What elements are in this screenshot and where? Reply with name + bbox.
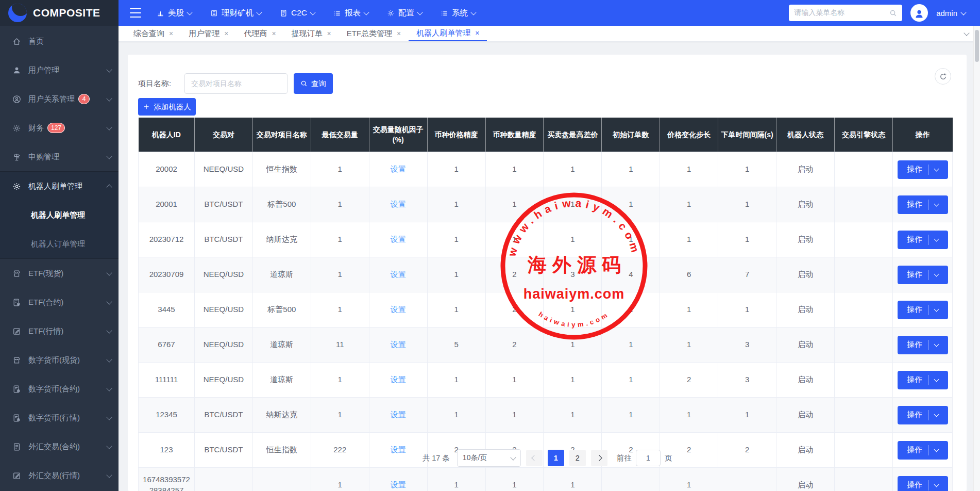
- hamburger-icon[interactable]: [130, 8, 141, 18]
- close-icon[interactable]: ×: [327, 30, 331, 37]
- nav-menu-C2C[interactable]: C2C: [280, 8, 315, 19]
- row-action-button[interactable]: 操作: [898, 160, 948, 179]
- cell-robot-id: 1674839357228384257: [139, 468, 195, 491]
- next-page-button[interactable]: [591, 450, 607, 466]
- sidebar-item-外汇交易(行情)[interactable]: 外汇交易(行情): [0, 461, 119, 490]
- settings-link[interactable]: 设置: [391, 340, 406, 349]
- sidebar-item-首页[interactable]: 首页: [0, 27, 119, 56]
- page-size-select[interactable]: 10条/页: [457, 449, 521, 467]
- user-menu[interactable]: admin: [936, 9, 966, 18]
- add-robot-button[interactable]: 添加机器人: [138, 98, 196, 116]
- sidebar-item-ETF(合约)[interactable]: ETF(合约): [0, 288, 119, 317]
- settings-link[interactable]: 设置: [391, 165, 406, 173]
- prev-page-button[interactable]: [526, 450, 543, 466]
- cell-robot-id: 20230709: [139, 257, 195, 292]
- sidebar-item-用户管理[interactable]: 用户管理: [0, 56, 119, 85]
- sidebar-item-ETF(行情)[interactable]: ETF(行情): [0, 317, 119, 346]
- tab-机器人刷单管理[interactable]: 机器人刷单管理×: [409, 26, 487, 41]
- cell-min-volume: 1: [311, 222, 369, 257]
- nav-menu-美股[interactable]: 美股: [157, 8, 192, 19]
- sidebar-subitem-机器人刷单管理[interactable]: 机器人刷单管理: [0, 201, 119, 230]
- scrollbar-thumb[interactable]: [975, 30, 979, 62]
- column-header-机器人ID: 机器人ID: [139, 118, 195, 152]
- nav-menu-系统[interactable]: 系统: [441, 8, 476, 19]
- nav-menu-报表[interactable]: 报表: [333, 8, 368, 19]
- menu-search-input[interactable]: 请输入菜单名称: [789, 5, 902, 21]
- button-divider: [928, 480, 929, 490]
- scrollbar[interactable]: [973, 26, 980, 491]
- cell-min-volume: 11: [311, 328, 369, 363]
- chevron-up-icon: [106, 184, 112, 190]
- row-action-button[interactable]: 操作: [898, 266, 948, 284]
- tab-用户管理[interactable]: 用户管理×: [181, 26, 236, 41]
- table-row: 20230712BTC/USDT纳斯达克1设置111111启动操作: [139, 222, 953, 257]
- cell-row-actions: 操作: [893, 187, 953, 222]
- page-button-2[interactable]: 2: [569, 450, 586, 466]
- close-icon[interactable]: ×: [397, 30, 401, 37]
- page-button-1[interactable]: 1: [548, 450, 564, 466]
- row-action-button[interactable]: 操作: [898, 301, 948, 319]
- settings-link[interactable]: 设置: [391, 375, 406, 384]
- sidebar-item-外汇交易(合约)[interactable]: 外汇交易(合约): [0, 432, 119, 461]
- sidebar-item-用户关系管理[interactable]: 用户关系管理4: [0, 85, 119, 113]
- admin-app: COMPOSITE 首页用户管理用户关系管理4财务127申购管理机器人刷单管理机…: [0, 0, 980, 491]
- row-action-button[interactable]: 操作: [898, 476, 948, 491]
- cell-price-precision: 1: [427, 292, 485, 328]
- refresh-button[interactable]: [935, 68, 951, 85]
- row-action-button[interactable]: 操作: [898, 195, 948, 214]
- tab-代理商[interactable]: 代理商×: [236, 26, 283, 41]
- cell-random-factor-settings: 设置: [369, 363, 427, 398]
- close-icon[interactable]: ×: [475, 29, 479, 37]
- settings-link[interactable]: 设置: [391, 270, 406, 279]
- close-icon[interactable]: ×: [169, 30, 173, 37]
- settings-link[interactable]: 设置: [391, 480, 406, 489]
- settings-link[interactable]: 设置: [391, 235, 406, 243]
- nav-menu-配置[interactable]: 配置: [387, 8, 422, 19]
- sidebar-item-数字货币(行情)[interactable]: 数字货币(行情): [0, 403, 119, 432]
- tab-提现订单[interactable]: 提现订单×: [284, 26, 339, 41]
- settings-link[interactable]: 设置: [391, 305, 406, 314]
- row-action-button[interactable]: 操作: [898, 371, 948, 389]
- cell-random-factor-settings: 设置: [369, 292, 427, 328]
- settings-link[interactable]: 设置: [391, 200, 406, 208]
- cell-robot-id: 20002: [139, 152, 195, 187]
- sidebar-item-机器人刷单管理[interactable]: 机器人刷单管理: [0, 172, 119, 201]
- sidebar-subitem-机器人订单管理[interactable]: 机器人订单管理: [0, 230, 119, 258]
- table-row: 16748393572283842571设置1111启动操作: [139, 468, 953, 491]
- row-action-button[interactable]: 操作: [898, 231, 948, 249]
- tabs: 综合查询×用户管理×代理商×提现订单×ETF总类管理×机器人刷单管理×: [126, 26, 487, 41]
- chevron-down-icon: [106, 95, 112, 101]
- chevron-down-icon: [960, 9, 966, 15]
- cell-order-interval: 7: [718, 257, 776, 292]
- tab-综合查询[interactable]: 综合查询×: [126, 26, 181, 41]
- project-name-input[interactable]: [184, 73, 288, 94]
- gear-icon: [12, 124, 21, 133]
- avatar[interactable]: [910, 4, 928, 22]
- close-icon[interactable]: ×: [272, 30, 276, 37]
- sidebar-item-ETF(现货)[interactable]: ETF(现货): [0, 259, 119, 288]
- page-jump-input[interactable]: [636, 450, 661, 466]
- column-header-交易引擎状态: 交易引擎状态: [834, 118, 892, 152]
- go-label: 前往: [617, 453, 632, 463]
- cell-robot-status: 启动: [776, 152, 835, 187]
- cell-engine-status: [834, 152, 892, 187]
- menu-search-placeholder: 请输入菜单名称: [794, 8, 885, 18]
- nav-menu-理财矿机[interactable]: 理财矿机: [210, 8, 261, 19]
- tab-ETF总类管理[interactable]: ETF总类管理×: [339, 26, 409, 41]
- sidebar-item-财务[interactable]: 财务127: [0, 113, 119, 142]
- sidebar-item-数字货币(合约)[interactable]: 数字货币(合约): [0, 374, 119, 403]
- button-divider: [928, 340, 929, 350]
- sidebar-item-label: 数字货币(合约): [28, 384, 80, 394]
- cell-min-volume: 1: [311, 468, 369, 491]
- tab-overflow-button[interactable]: [965, 26, 974, 41]
- settings-link[interactable]: 设置: [391, 410, 406, 419]
- chevron-down-icon: [363, 9, 369, 15]
- sidebar-item-申购管理[interactable]: 申购管理: [0, 142, 119, 171]
- column-header-操作: 操作: [893, 118, 953, 152]
- close-icon[interactable]: ×: [224, 30, 228, 37]
- sidebar-item-数字货币(现货)[interactable]: 数字货币(现货): [0, 346, 119, 374]
- query-button[interactable]: 查询: [294, 73, 333, 94]
- row-action-button[interactable]: 操作: [898, 406, 948, 424]
- tab-label: 提现订单: [292, 29, 323, 39]
- row-action-button[interactable]: 操作: [898, 336, 948, 354]
